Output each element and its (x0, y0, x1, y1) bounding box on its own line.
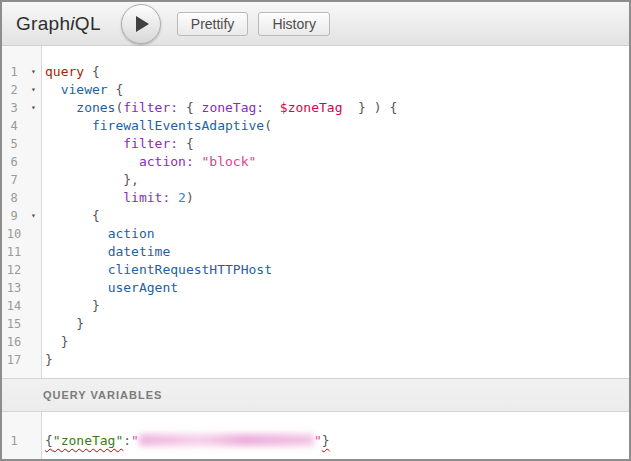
code-line[interactable]: filter: { (45, 135, 629, 153)
code-line[interactable]: }, (45, 171, 629, 189)
code-token: clientRequestHTTPHost (108, 262, 272, 277)
code-line[interactable]: action (45, 225, 629, 243)
fold-arrow-icon[interactable]: ▾ (26, 207, 41, 225)
fold-arrow-icon[interactable]: ▾ (26, 99, 41, 117)
line-number: 5 (2, 135, 26, 153)
code-token: "zoneTag" (53, 433, 123, 448)
gutter-row: 11 (2, 243, 41, 261)
line-number: 9 (2, 207, 26, 225)
code-token: } (76, 316, 84, 331)
code-token (194, 154, 202, 169)
code-token: $zoneTag (280, 100, 343, 115)
code-token: query (45, 64, 84, 79)
gutter-row: 3▾ (2, 99, 41, 117)
code-token: { (178, 136, 194, 151)
line-number: 2 (2, 81, 26, 99)
code-token: filter: (123, 136, 178, 151)
query-code-area[interactable]: query { viewer { zones(filter: { zoneTag… (42, 46, 629, 378)
fold-spacer (26, 117, 41, 135)
code-token (45, 298, 92, 313)
code-line[interactable]: userAgent (45, 279, 629, 297)
gutter-row: 1▾ (2, 63, 41, 81)
gutter-row: 5 (2, 135, 41, 153)
fold-spacer (26, 351, 41, 369)
code-token: viewer (61, 82, 108, 97)
code-token (45, 316, 76, 331)
gutter-row: 10 (2, 225, 41, 243)
fold-spacer (26, 171, 41, 189)
variables-code-area[interactable]: {"zoneTag":""} (42, 412, 629, 459)
gutter-row: 12 (2, 261, 41, 279)
code-token: 2 (178, 190, 186, 205)
line-number: 16 (2, 333, 26, 351)
code-token: userAgent (108, 280, 178, 295)
code-line[interactable]: {"zoneTag":""} (45, 432, 629, 450)
code-line[interactable]: } (45, 351, 629, 369)
fold-arrow-icon[interactable]: ▾ (26, 63, 41, 81)
code-token: { (178, 100, 201, 115)
code-line[interactable]: zones(filter: { zoneTag: $zoneTag } ) { (45, 99, 629, 117)
code-token (45, 244, 108, 259)
code-line[interactable]: } (45, 297, 629, 315)
logo-text-suffix: QL (75, 13, 101, 34)
fold-spacer (26, 279, 41, 297)
graphiql-logo: GraphiQL (16, 13, 101, 35)
code-token: } ) { (342, 100, 397, 115)
code-token: } (322, 433, 330, 448)
code-line[interactable]: firewallEventsAdaptive( (45, 117, 629, 135)
gutter-row: 8 (2, 189, 41, 207)
gutter-row: 4 (2, 117, 41, 135)
line-number: 17 (2, 351, 26, 369)
code-token: ( (264, 118, 272, 133)
fold-spacer (26, 135, 41, 153)
code-token: action: (139, 154, 194, 169)
code-token: } (61, 334, 69, 349)
query-editor[interactable]: 1▾2▾3▾456789▾1011121314151617 query { vi… (2, 46, 629, 378)
code-token (45, 280, 108, 295)
code-token: { (45, 433, 53, 448)
code-line[interactable]: } (45, 333, 629, 351)
code-token: limit: (123, 190, 170, 205)
fold-spacer (26, 297, 41, 315)
line-number: 1 (2, 63, 26, 81)
gutter-row: 13 (2, 279, 41, 297)
fold-spacer (26, 153, 41, 171)
code-token (170, 190, 178, 205)
code-token: action (108, 226, 155, 241)
code-line[interactable]: viewer { (45, 81, 629, 99)
fold-spacer (26, 333, 41, 351)
fold-spacer (26, 432, 41, 450)
execute-query-button[interactable] (121, 4, 161, 44)
code-line[interactable]: limit: 2) (45, 189, 629, 207)
line-number: 12 (2, 261, 26, 279)
code-line[interactable]: query { (45, 63, 629, 81)
code-token (45, 190, 123, 205)
fold-arrow-icon[interactable]: ▾ (26, 81, 41, 99)
code-token: "block" (202, 154, 257, 169)
gutter-row: 16 (2, 333, 41, 351)
code-line[interactable]: action: "block" (45, 153, 629, 171)
line-number-gutter: 1▾2▾3▾456789▾1011121314151617 (2, 46, 42, 378)
gutter-row: 6 (2, 153, 41, 171)
code-token (264, 100, 280, 115)
code-token: { (84, 64, 100, 79)
fold-spacer (26, 243, 41, 261)
code-line[interactable]: clientRequestHTTPHost (45, 261, 629, 279)
gutter-row: 15 (2, 315, 41, 333)
line-number: 14 (2, 297, 26, 315)
play-icon (136, 16, 149, 32)
history-button[interactable]: History (258, 12, 330, 36)
gutter-row: 2▾ (2, 81, 41, 99)
fold-spacer (26, 225, 41, 243)
code-token: } (92, 298, 100, 313)
variables-editor[interactable]: 1 {"zoneTag":""} (2, 412, 629, 459)
code-token: firewallEventsAdaptive (92, 118, 264, 133)
code-line[interactable]: datetime (45, 243, 629, 261)
code-line[interactable]: } (45, 315, 629, 333)
code-token (45, 82, 61, 97)
query-variables-header[interactable]: QUERY VARIABLES (2, 378, 629, 412)
code-token: } (45, 352, 53, 367)
code-line[interactable]: { (45, 207, 629, 225)
code-token: datetime (108, 244, 171, 259)
prettify-button[interactable]: Prettify (177, 12, 249, 36)
